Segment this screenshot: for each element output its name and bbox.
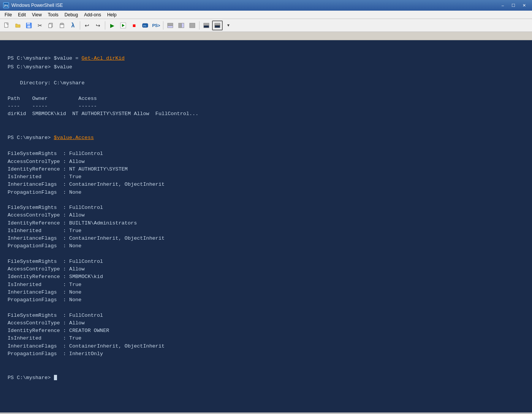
separator-4 xyxy=(199,21,200,30)
ace2-filesystemrights: FileSystemRights : FullControl xyxy=(8,204,524,212)
prompt-1: PS C:\myshare> xyxy=(8,55,54,61)
cmd-text-1: $value = Get-Acl dirKid xyxy=(54,55,125,61)
ace1-inheritanceflags: InheritanceFlags : ContainerInherit, Obj… xyxy=(8,181,524,188)
ace3-accesscontroltype: AccessControlType : Allow xyxy=(8,265,524,273)
paste-button[interactable] xyxy=(57,21,67,30)
menu-addons[interactable]: Add-ons xyxy=(81,11,104,19)
ace1-filesystemrights: FileSystemRights : FullControl xyxy=(8,150,524,158)
underlined-cmd-3: $value.Access xyxy=(54,135,94,141)
blank-line-10 xyxy=(8,358,524,365)
menu-help[interactable]: Help xyxy=(104,11,120,19)
blank-line-8 xyxy=(8,250,524,258)
svg-rect-19 xyxy=(204,23,209,25)
final-prompt: PS C:\myshare> xyxy=(8,375,54,381)
svg-rect-7 xyxy=(49,24,52,28)
ace4-inheritanceflags: InheritanceFlags : ContainerInherit, Obj… xyxy=(8,343,524,350)
new-button[interactable] xyxy=(2,21,12,30)
blank-line-9 xyxy=(8,304,524,311)
ace1-isinherited: IsInherited : True xyxy=(8,173,524,181)
blank-line-6 xyxy=(8,142,524,150)
sub-toolbar xyxy=(0,32,532,40)
app-icon: PS xyxy=(3,2,9,8)
cursor xyxy=(54,375,57,380)
show-script-top-button[interactable] xyxy=(165,21,176,30)
command-line-2: PS C:\myshare> $value xyxy=(8,63,524,71)
svg-rect-15 xyxy=(168,26,173,28)
ace4-isinherited: IsInherited : True xyxy=(8,335,524,342)
run-script-button[interactable]: λ xyxy=(68,21,78,30)
ace3-propagationflags: PropagationFlags : None xyxy=(8,296,524,304)
blank-line-1 xyxy=(8,46,524,54)
svg-rect-22 xyxy=(215,25,220,28)
show-console-button[interactable] xyxy=(201,21,212,30)
ace2-propagationflags: PropagationFlags : None xyxy=(8,242,524,250)
svg-rect-21 xyxy=(215,23,220,25)
toolbar-dropdown-button[interactable]: ▼ xyxy=(223,21,234,30)
ace4-propagationflags: PropagationFlags : InheritOnly xyxy=(8,350,524,358)
copy-button[interactable] xyxy=(46,21,56,30)
ace2-inheritanceflags: InheritanceFlags : ContainerInherit, Obj… xyxy=(8,235,524,242)
menu-file[interactable]: File xyxy=(2,11,15,19)
prompt-3: PS C:\myshare> xyxy=(8,135,54,141)
ace3-inheritanceflags: InheritanceFlags : None xyxy=(8,289,524,296)
undo-button[interactable]: ↩ xyxy=(82,21,92,30)
console-pane[interactable]: PS C:\myshare> $value = Get-Acl dirKid P… xyxy=(0,40,532,412)
ace4-filesystemrights: FileSystemRights : FullControl xyxy=(8,312,524,319)
ace2-accesscontroltype: AccessControlType : Allow xyxy=(8,212,524,219)
cmd-text-2: $value xyxy=(54,64,73,70)
svg-rect-14 xyxy=(168,23,173,25)
ace3-filesystemrights: FileSystemRights : FullControl xyxy=(8,258,524,265)
ace1-propagationflags: PropagationFlags : None xyxy=(8,189,524,196)
menu-view[interactable]: View xyxy=(29,11,45,19)
output-col-headers: Path Owner Access xyxy=(8,95,524,103)
ps-console-button[interactable]: PS> xyxy=(151,21,162,30)
svg-text:PS: PS xyxy=(143,24,146,27)
svg-rect-5 xyxy=(27,25,30,28)
menu-tools[interactable]: Tools xyxy=(45,11,62,19)
ace1-accesscontroltype: AccessControlType : Allow xyxy=(8,158,524,166)
maximize-button[interactable]: ☐ xyxy=(508,2,518,9)
svg-rect-17 xyxy=(182,23,184,28)
save-button[interactable] xyxy=(24,21,34,30)
show-both-panes-button[interactable] xyxy=(212,21,223,30)
blank-line-2 xyxy=(8,72,524,79)
svg-rect-20 xyxy=(204,25,209,28)
run-button[interactable]: ▶ xyxy=(107,21,117,30)
final-prompt-line: PS C:\myshare> xyxy=(8,374,524,382)
menu-edit[interactable]: Edit xyxy=(15,11,29,19)
show-script-max-button[interactable] xyxy=(187,21,198,30)
run-selection-button[interactable] xyxy=(118,21,128,30)
title-bar-text: Windows PowerShell ISE xyxy=(11,3,63,8)
underlined-cmd-1: Get-Acl dirKid xyxy=(81,55,124,61)
open-button[interactable] xyxy=(13,21,23,30)
svg-rect-18 xyxy=(190,23,195,28)
menu-bar: File Edit View Tools Debug Add-ons Help xyxy=(0,11,532,19)
minimize-button[interactable]: – xyxy=(498,2,508,9)
output-col-separators: ---- ----- ------ xyxy=(8,103,524,110)
ace1-identityreference: IdentityReference : NT AUTHORITY\SYSTEM xyxy=(8,166,524,173)
output-directory: Directory: C:\myshare xyxy=(8,79,524,87)
blank-line-3 xyxy=(8,87,524,95)
title-bar: PS Windows PowerShell ISE – ☐ ✕ xyxy=(0,0,532,11)
menu-debug[interactable]: Debug xyxy=(62,11,81,19)
ace3-identityreference: IdentityReference : SMBMOCK\kid xyxy=(8,273,524,281)
separator-2 xyxy=(105,21,105,30)
svg-rect-16 xyxy=(179,23,181,28)
separator-1 xyxy=(80,21,80,30)
svg-text:PS: PS xyxy=(4,4,8,8)
show-script-right-button[interactable] xyxy=(176,21,187,30)
blank-line-11 xyxy=(8,365,524,373)
svg-rect-4 xyxy=(27,23,30,25)
command-line-1: PS C:\myshare> $value = Get-Acl dirKid xyxy=(8,55,524,62)
command-line-3: PS C:\myshare> $value.Access xyxy=(8,134,524,142)
separator-3 xyxy=(163,21,163,30)
svg-rect-9 xyxy=(61,23,63,25)
toolbar: ✂ λ ↩ ↪ ▶ ■ PS PS> ▼ xyxy=(0,19,532,32)
redo-button[interactable]: ↪ xyxy=(93,21,103,30)
new-remote-tab-button[interactable]: PS xyxy=(140,21,150,30)
stop-button[interactable]: ■ xyxy=(129,21,139,30)
blank-line-5 xyxy=(8,126,524,133)
ace4-identityreference: IdentityReference : CREATOR OWNER xyxy=(8,327,524,335)
close-button[interactable]: ✕ xyxy=(519,2,529,9)
cut-button[interactable]: ✂ xyxy=(35,21,45,30)
